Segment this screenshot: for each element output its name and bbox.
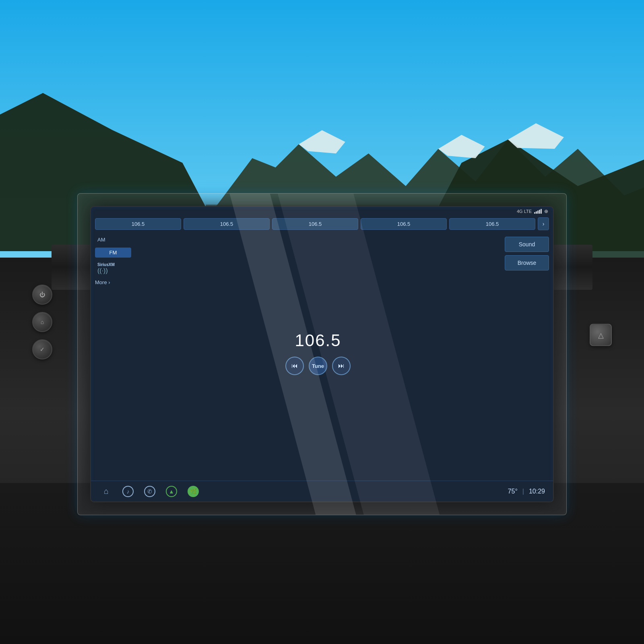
nav-eco-button[interactable]: 🌿 (186, 484, 200, 499)
tune-button[interactable]: Tune (309, 357, 327, 375)
hazard-icon: △ (598, 330, 604, 339)
siriusxm-icon: ((·)) (97, 267, 108, 275)
more-sources-button[interactable]: More › (95, 279, 131, 285)
signal-bar-3 (537, 211, 539, 214)
eco-nav-icon: 🌿 (188, 486, 199, 497)
bottom-nav: ⌂ ♪ ✆ ▲ (91, 481, 553, 502)
siriusxm-source-button[interactable]: SiriusXM ((·)) (95, 261, 131, 276)
svg-marker-4 (438, 135, 485, 158)
signal-bar-5 (541, 209, 542, 214)
prev-button[interactable]: ⏮ (285, 357, 304, 375)
clock-display: 10:29 (529, 488, 545, 495)
dashboard-bottom (0, 483, 644, 644)
preset-button-3[interactable]: 106.5 (272, 218, 358, 230)
frequency-display: 106.5 (295, 331, 341, 350)
nav-navigation-button[interactable]: ▲ (164, 484, 179, 499)
frequency-area: 106.5 ⏮ Tune ⏭ (135, 235, 501, 471)
gps-icon: ⊕ (544, 208, 548, 214)
sound-button[interactable]: Sound (505, 237, 549, 252)
status-bar: 4G LTE ⊕ (512, 207, 553, 216)
navigation-nav-icon: ▲ (166, 486, 177, 497)
check-icon: ✓ (40, 346, 45, 353)
signal-bars (534, 209, 542, 214)
nav-icons-left: ⌂ ♪ ✆ ▲ (99, 484, 200, 499)
preset-button-1[interactable]: 106.5 (95, 218, 181, 230)
power-button[interactable]: ⏻ (32, 285, 52, 305)
presets-row: 106.5 106.5 106.5 106.5 106.5 › (91, 214, 553, 232)
music-nav-icon: ♪ (122, 486, 134, 497)
signal-bar-1 (534, 212, 535, 214)
main-content: AM FM SiriusXM ((·)) More › 106.5 ⏮ Tune… (91, 232, 553, 474)
playback-controls: ⏮ Tune ⏭ (285, 357, 351, 375)
source-panel: AM FM SiriusXM ((·)) More › (95, 235, 131, 471)
fm-source-button[interactable]: FM (95, 248, 131, 258)
presets-next-button[interactable]: › (538, 217, 549, 230)
signal-bar-4 (539, 210, 540, 214)
svg-marker-5 (508, 123, 564, 149)
infotainment-screen: 4G LTE ⊕ 106.5 106.5 106.5 106.5 106.5 ›… (90, 206, 554, 502)
home-phys-icon: ⌂ (41, 319, 44, 325)
network-label: 4G LTE (517, 209, 532, 214)
browse-button[interactable]: Browse (505, 255, 549, 270)
preset-button-4[interactable]: 106.5 (361, 218, 447, 230)
nav-status-right: 75° | 10:29 (508, 488, 545, 495)
svg-marker-3 (299, 130, 345, 154)
next-button[interactable]: ⏭ (332, 357, 351, 375)
hazard-button[interactable]: △ (590, 324, 612, 346)
temperature-display: 75° (508, 488, 518, 495)
siriusxm-label: SiriusXM (97, 262, 115, 267)
signal-bar-2 (536, 211, 537, 214)
am-source-button[interactable]: AM (95, 235, 131, 244)
nav-home-button[interactable]: ⌂ (99, 484, 114, 499)
phone-nav-icon: ✆ (144, 486, 155, 497)
scene: ⏻ ⌂ ✓ △ 4G LTE ⊕ 106.5 (0, 0, 644, 644)
check-button[interactable]: ✓ (32, 339, 52, 359)
power-icon: ⏻ (39, 291, 45, 298)
left-physical-controls: ⏻ ⌂ ✓ (32, 285, 52, 359)
nav-phone-button[interactable]: ✆ (142, 484, 157, 499)
home-physical-button[interactable]: ⌂ (32, 312, 52, 332)
nav-divider: | (522, 488, 524, 495)
right-action-panel: Sound Browse (505, 235, 549, 471)
preset-button-5[interactable]: 106.5 (449, 218, 535, 230)
home-nav-icon: ⌂ (104, 487, 109, 496)
right-physical-controls: △ (590, 324, 612, 346)
nav-music-button[interactable]: ♪ (121, 484, 135, 499)
preset-button-2[interactable]: 106.5 (184, 218, 270, 230)
